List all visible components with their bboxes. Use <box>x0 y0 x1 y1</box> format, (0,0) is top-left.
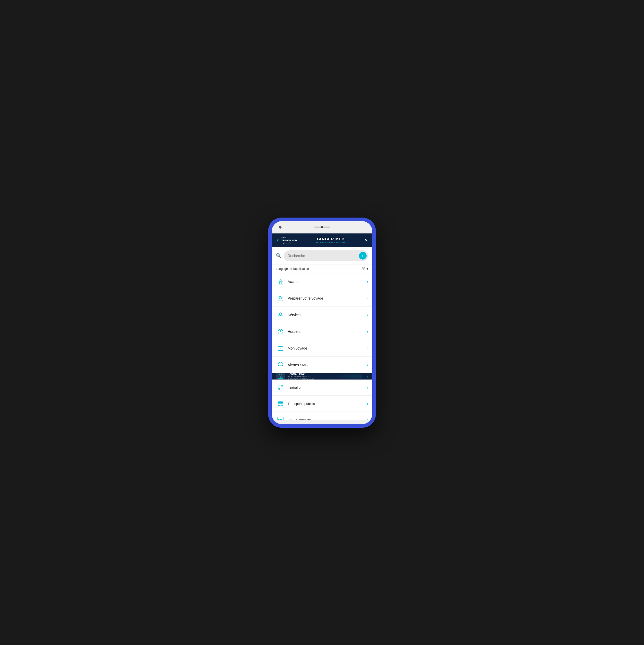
nav-item-accueil[interactable]: Accueil › <box>272 273 372 290</box>
search-bar: 🔍 › <box>272 247 372 264</box>
chevron-right-icon: › <box>367 363 368 367</box>
chevron-right-icon: › <box>367 296 368 300</box>
chevron-right-icon: › <box>367 346 368 350</box>
nav-label-horaires: Horaires <box>288 330 367 334</box>
phone-top-bar <box>272 221 372 233</box>
chevron-right-icon: › <box>367 279 368 284</box>
svg-rect-5 <box>278 347 283 351</box>
weather-icon: ☀ <box>276 238 280 243</box>
nav-item-horaires[interactable]: Horaires › <box>272 324 372 340</box>
weather-temp: 24°C/75°F <box>282 242 297 245</box>
phone-screen-container: ☀ Météo TANGER MED 24°C/75°F TANGER MED … <box>272 221 372 424</box>
search-button[interactable]: › <box>359 252 367 260</box>
svg-rect-7 <box>278 376 283 379</box>
camera <box>279 226 282 229</box>
chevron-right-icon: › <box>367 330 368 334</box>
front-camera <box>321 226 323 228</box>
nav-item-voyage[interactable]: Mon voyage › <box>272 340 372 357</box>
nav-item-services[interactable]: Sérvices › <box>272 307 372 324</box>
search-icon: 🔍 <box>276 253 282 258</box>
sub-item-faq[interactable]: FAQ & contacts › <box>272 412 372 420</box>
language-value: FR <box>361 267 365 271</box>
horaires-icon <box>276 327 285 336</box>
route-icon <box>276 383 285 392</box>
radio-banner[interactable]: TANGER MED PORT RADIO STATION ÉCOUTEZ LE… <box>272 373 372 380</box>
app-header: ☀ Météo TANGER MED 24°C/75°F TANGER MED … <box>272 233 372 247</box>
sub-label-itineraire: Itinéraire <box>288 386 367 390</box>
suitcase-icon <box>276 294 285 303</box>
chevron-down-icon: ▾ <box>367 267 368 271</box>
svg-point-6 <box>279 348 280 349</box>
weather-info: Météo TANGER MED 24°C/75°F <box>282 236 297 245</box>
weather-label: Météo <box>282 236 297 239</box>
services-icon <box>276 310 285 319</box>
sub-item-itineraire[interactable]: Itinéraire › <box>272 380 372 396</box>
nav-item-alertes[interactable]: Alertes SMS › <box>272 357 372 373</box>
svg-point-10 <box>278 389 280 390</box>
app-subtitle: — PASSAGERS — <box>316 241 346 244</box>
radio-chevron-icon: › <box>367 374 368 379</box>
bell-icon <box>276 360 285 370</box>
close-button[interactable]: ✕ <box>364 238 368 243</box>
header-weather: ☀ Météo TANGER MED 24°C/75°F <box>276 236 297 245</box>
weather-city: TANGER MED <box>282 239 297 242</box>
radio-line2: ÉCOUTEZ LE STREAMING <box>288 378 364 380</box>
phone-bottom-bar <box>272 420 372 424</box>
nav-label-services: Sérvices <box>288 313 367 317</box>
chevron-right-icon: › <box>367 418 368 420</box>
svg-point-14 <box>281 405 282 406</box>
chevron-right-icon: › <box>367 402 368 406</box>
sub-label-faq: FAQ & contacts <box>288 418 367 420</box>
phone-device: ☀ Météo TANGER MED 24°C/75°F TANGER MED … <box>268 218 376 428</box>
nav-label-alertes: Alertes SMS <box>288 363 367 367</box>
sub-label-transports: Transports publics <box>288 402 367 406</box>
radio-icon <box>276 373 285 380</box>
radio-line1: PORT RADIO STATION <box>288 376 364 378</box>
home-icon <box>276 277 285 286</box>
header-center: TANGER MED — PASSAGERS — <box>316 237 346 244</box>
svg-point-13 <box>279 405 280 406</box>
nav-label-accueil: Accueil <box>288 279 367 284</box>
language-row: Langage de l'application FR ▾ <box>272 264 372 273</box>
app-screen: ☀ Météo TANGER MED 24°C/75°F TANGER MED … <box>272 233 372 420</box>
nav-label-voyage: Mon voyage <box>288 346 367 350</box>
faq-icon <box>276 415 285 420</box>
sub-item-transports[interactable]: Transports publics › <box>272 396 372 412</box>
nav-label-preparer: Préparer votre voyage <box>288 296 367 300</box>
svg-point-4 <box>280 313 282 315</box>
voyage-icon <box>276 344 285 353</box>
language-label: Langage de l'application <box>276 267 309 271</box>
radio-text: TANGER MED PORT RADIO STATION ÉCOUTEZ LE… <box>288 373 364 380</box>
radio-title: TANGER MED <box>288 373 364 375</box>
bus-icon <box>276 399 285 408</box>
chevron-right-icon: › <box>367 386 368 390</box>
svg-point-8 <box>280 377 281 378</box>
search-input-wrapper: › <box>284 250 368 261</box>
search-input[interactable] <box>288 254 357 258</box>
language-selector[interactable]: FR ▾ <box>361 267 368 271</box>
chevron-right-icon: › <box>367 313 368 317</box>
app-title: TANGER MED <box>316 237 346 241</box>
nav-item-preparer[interactable]: Préparer votre voyage › <box>272 290 372 307</box>
